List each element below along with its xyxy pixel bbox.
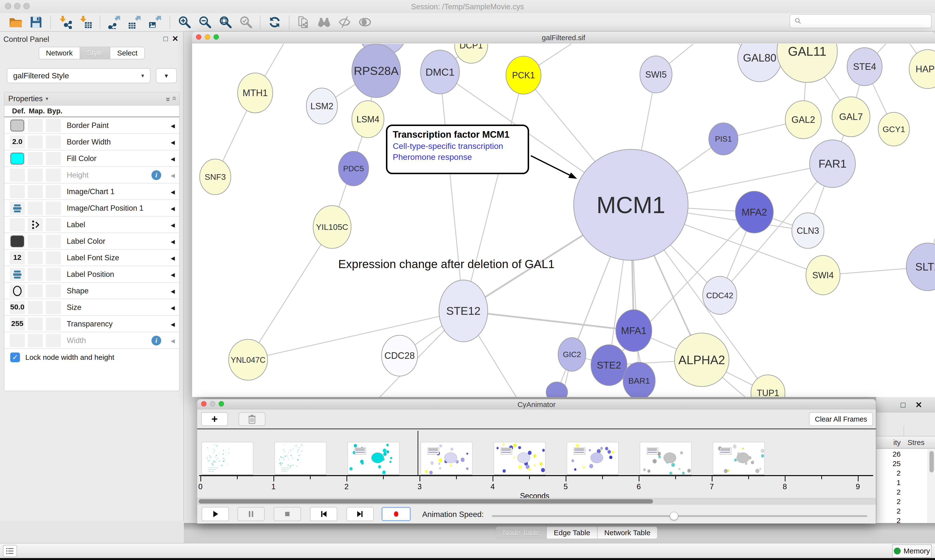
frame-thumbnail-2[interactable] xyxy=(275,442,326,475)
play-button[interactable] xyxy=(202,507,229,521)
network-node-cdc28[interactable]: CDC28 xyxy=(381,335,418,376)
info-icon[interactable]: i xyxy=(151,170,161,180)
network-node-cdc42[interactable]: CDC42 xyxy=(703,276,737,314)
scrollbar-thumb[interactable] xyxy=(929,451,934,472)
search-input[interactable] xyxy=(805,17,931,25)
scrollbar-thumb[interactable] xyxy=(199,499,653,503)
annotation-link[interactable]: Pheromone response xyxy=(393,152,522,162)
property-def-cell[interactable] xyxy=(10,235,25,248)
property-def-cell[interactable] xyxy=(10,185,25,198)
network-node-lsm4[interactable]: LSM4 xyxy=(352,101,384,138)
import-network-button[interactable] xyxy=(58,15,72,29)
table-cell[interactable]: 1 xyxy=(876,478,901,488)
property-map-cell[interactable] xyxy=(28,317,43,331)
property-byp-cell[interactable] xyxy=(46,301,61,314)
close-panel-icon[interactable]: ✕ xyxy=(915,400,922,410)
table-cell[interactable]: 26 xyxy=(876,450,901,460)
network-node-swi4[interactable]: SWI4 xyxy=(806,255,840,295)
network-node-rps28a[interactable]: RPS28A xyxy=(352,44,401,98)
property-row-image-chart-position-1[interactable]: Image/Chart Position 1◂ xyxy=(5,200,179,217)
property-map-cell[interactable] xyxy=(28,285,43,297)
property-def-cell[interactable]: 255 xyxy=(10,317,25,331)
export-network-button[interactable] xyxy=(108,15,121,29)
network-node-far1[interactable]: FAR1 xyxy=(810,140,855,188)
property-map-cell[interactable] xyxy=(28,334,43,347)
property-row-image-chart-1[interactable]: Image/Chart 1◂ xyxy=(5,183,179,200)
network-edge[interactable] xyxy=(248,311,463,360)
task-history-button[interactable] xyxy=(3,545,17,557)
close-panel-icon[interactable]: ✕ xyxy=(172,34,179,43)
network-node-pdc5[interactable]: PDC5 xyxy=(338,151,369,186)
frame-thumbnail-3[interactable] xyxy=(348,442,399,475)
open-session-button[interactable] xyxy=(9,15,22,29)
tab-style[interactable]: Style xyxy=(80,47,110,59)
frame-thumbnail-1[interactable] xyxy=(202,442,253,475)
table-cell[interactable]: 2 xyxy=(876,497,901,507)
lock-size-checkbox[interactable]: ✓ xyxy=(10,352,20,362)
save-session-button[interactable] xyxy=(29,15,43,29)
network-node-ynl047c[interactable]: YNL047C xyxy=(228,339,268,380)
property-map-cell[interactable] xyxy=(28,185,43,198)
network-node-gal7[interactable]: GAL7 xyxy=(832,97,870,137)
memory-button[interactable]: Memory xyxy=(892,545,932,558)
property-row-height[interactable]: Heighti◂ xyxy=(5,167,179,183)
property-def-cell[interactable] xyxy=(10,218,25,231)
network-edge[interactable] xyxy=(248,227,332,360)
property-def-cell[interactable] xyxy=(10,285,25,297)
network-node-dmc1[interactable]: DMC1 xyxy=(421,50,460,94)
network-node-mfa2[interactable]: MFA2 xyxy=(735,191,773,233)
frame-thumbnail-7[interactable] xyxy=(640,442,691,475)
property-map-cell[interactable] xyxy=(28,135,43,149)
property-byp-cell[interactable] xyxy=(46,285,61,297)
clear-all-frames-button[interactable]: Clear All Frames xyxy=(809,412,873,426)
property-byp-cell[interactable] xyxy=(46,169,61,182)
network-edge[interactable] xyxy=(463,311,634,331)
network-node-mcm1[interactable]: MCM1 xyxy=(574,149,688,260)
export-image-button[interactable] xyxy=(148,15,162,29)
table-column-header[interactable]: ity xyxy=(876,438,901,447)
table-header-row[interactable]: ity Stres xyxy=(876,436,935,449)
expand-left-icon[interactable]: ◂ xyxy=(171,253,175,263)
property-byp-cell[interactable] xyxy=(46,317,61,331)
frame-thumbnail-8[interactable] xyxy=(713,442,765,475)
cyanimator-timeline[interactable]: 0123456789 Seconds xyxy=(197,430,876,498)
network-node-lsm2[interactable]: LSM2 xyxy=(306,88,338,124)
network-canvas[interactable]: DCP1RPS28ADMC1PCK1SWI5GAL80GAL11STE4HAP2… xyxy=(192,44,935,397)
expand-left-icon[interactable]: ◂ xyxy=(171,121,175,131)
pause-button[interactable] xyxy=(238,507,265,521)
cyanimator-titlebar[interactable]: CyAnimator xyxy=(197,399,876,409)
skip-start-button[interactable] xyxy=(310,507,337,521)
property-map-cell[interactable] xyxy=(28,301,43,314)
table-cell[interactable]: 2 xyxy=(876,507,901,517)
property-map-cell[interactable] xyxy=(28,202,43,215)
network-window-titlebar[interactable]: galFiltered.sif xyxy=(192,32,935,43)
tab-node-table[interactable]: Node Table xyxy=(495,526,547,539)
network-edge[interactable] xyxy=(463,75,523,311)
property-row-width[interactable]: Widthi◂ xyxy=(5,332,179,349)
network-node-gal11[interactable]: GAL11 xyxy=(777,44,837,83)
property-byp-cell[interactable] xyxy=(46,251,61,265)
table-column-header[interactable]: Stres xyxy=(907,438,924,447)
property-row-shape[interactable]: Shape◂ xyxy=(5,283,179,299)
network-node-cln3[interactable]: CLN3 xyxy=(792,213,824,248)
skip-end-button[interactable] xyxy=(347,507,374,521)
apply-layout-button[interactable] xyxy=(268,15,281,29)
network-node-pis1[interactable]: PIS1 xyxy=(709,123,738,155)
network-node-ste12[interactable]: STE12 xyxy=(439,280,488,342)
float-panel-icon[interactable]: □ xyxy=(901,400,905,409)
property-byp-cell[interactable] xyxy=(46,152,61,165)
expand-left-icon[interactable]: ◂ xyxy=(171,303,175,312)
frame-thumbnail-5[interactable] xyxy=(494,442,545,475)
property-byp-cell[interactable] xyxy=(46,185,61,198)
property-map-cell[interactable] xyxy=(28,169,43,182)
property-byp-cell[interactable] xyxy=(46,119,61,132)
annotation-link[interactable]: Cell-type-specific transcription xyxy=(393,142,522,151)
expand-left-icon[interactable]: ◂ xyxy=(171,187,175,197)
network-node-dcp1[interactable]: DCP1 xyxy=(455,44,488,63)
property-map-cell[interactable] xyxy=(28,268,43,281)
expand-left-icon[interactable]: ◂ xyxy=(171,269,175,279)
expand-left-icon[interactable]: ◂ xyxy=(171,336,175,345)
import-table-button[interactable] xyxy=(79,15,92,29)
expand-left-icon[interactable]: ◂ xyxy=(171,220,175,230)
property-def-cell[interactable] xyxy=(10,202,25,215)
